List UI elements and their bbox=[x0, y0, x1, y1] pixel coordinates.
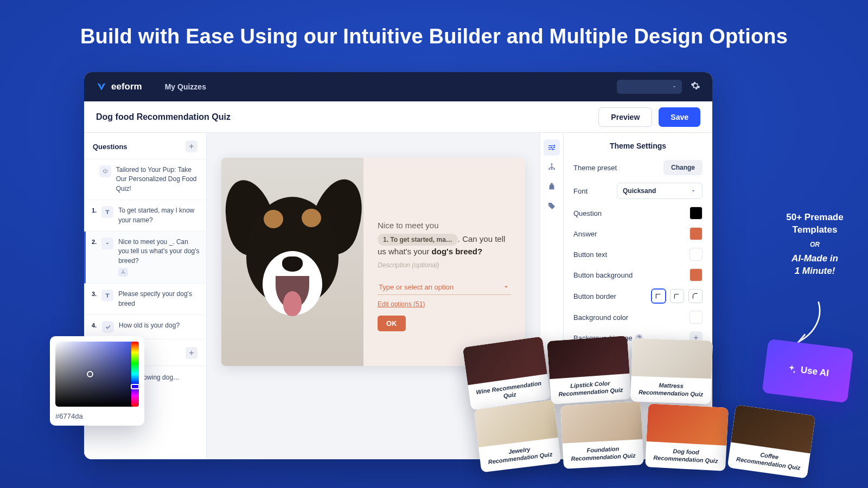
button-text-label: Button text bbox=[573, 251, 607, 259]
template-card[interactable]: Foundation Recommendation Quiz bbox=[560, 401, 644, 468]
svg-point-4 bbox=[548, 169, 550, 170]
question-text: How old is your dog? bbox=[119, 321, 180, 330]
save-button[interactable]: Save bbox=[659, 107, 700, 127]
template-fan: Use AI Wine Recommendation QuizLipstick … bbox=[456, 338, 852, 474]
add-question-button[interactable]: + bbox=[186, 140, 197, 152]
template-card[interactable]: Mattress Recommendation Quiz bbox=[630, 338, 713, 404]
question-text: Tailored to Your Pup: Take Our Personali… bbox=[116, 165, 200, 194]
border-pill[interactable] bbox=[688, 289, 703, 303]
question-number: 3. bbox=[92, 290, 97, 309]
top-bar: eeform My Quizzes bbox=[84, 72, 712, 101]
picker-hex[interactable]: #6774da bbox=[55, 412, 139, 420]
template-card[interactable]: Coffee Recommendation Quiz bbox=[727, 404, 816, 478]
quiz-title: Dog food Recommendation Quiz bbox=[96, 112, 231, 122]
edit-options-link[interactable]: Edit options (51) bbox=[378, 300, 511, 308]
promo-line2b: 1 Minute! bbox=[780, 265, 850, 278]
question-type-icon bbox=[101, 237, 113, 249]
rail-products[interactable] bbox=[544, 178, 560, 195]
border-square[interactable] bbox=[652, 289, 666, 303]
question-item-3[interactable]: 3.Please specify your dog's breed bbox=[84, 284, 206, 315]
question-color-label: Question bbox=[573, 209, 602, 217]
sparkle-icon bbox=[786, 363, 797, 374]
app-window: eeform My Quizzes Dog food Recommendatio… bbox=[84, 72, 712, 459]
question-text: Nice to meet you _. Can you tell us what… bbox=[118, 237, 200, 266]
question-number bbox=[92, 165, 94, 194]
brand-logo[interactable]: eeform bbox=[96, 81, 142, 92]
logic-chip-icon bbox=[118, 268, 128, 277]
user-menu[interactable] bbox=[617, 80, 682, 94]
button-text-swatch[interactable] bbox=[690, 248, 703, 261]
template-thumb bbox=[646, 403, 728, 446]
ok-button[interactable]: OK bbox=[378, 316, 406, 331]
preview-description[interactable]: Description (optional) bbox=[378, 261, 511, 269]
chevron-down-icon bbox=[671, 84, 678, 90]
color-picker[interactable]: #6774da bbox=[50, 336, 144, 426]
picker-hue[interactable] bbox=[131, 342, 139, 407]
template-thumb bbox=[547, 336, 630, 379]
question-item-1[interactable]: 1.To get started, may I know your name? bbox=[84, 200, 206, 232]
rail-theme[interactable] bbox=[544, 139, 560, 156]
preview-question: 1. To get started, ma…. Can you tell us … bbox=[378, 233, 511, 258]
question-type-icon bbox=[101, 206, 113, 218]
change-preset-button[interactable]: Change bbox=[663, 160, 703, 175]
preview-select[interactable]: Type or select an option bbox=[378, 280, 511, 295]
question-item-2[interactable]: 2.Nice to meet you _. Can you tell us wh… bbox=[84, 232, 206, 284]
svg-point-5 bbox=[551, 169, 553, 170]
template-label: Foundation Recommendation Quiz bbox=[563, 439, 644, 468]
gear-icon bbox=[691, 81, 700, 91]
brand-text: eeform bbox=[111, 81, 142, 92]
preview-image bbox=[221, 158, 363, 366]
question-text: To get started, may I know your name? bbox=[118, 206, 200, 225]
font-select[interactable]: Quicksand bbox=[617, 183, 703, 199]
svg-point-1 bbox=[122, 273, 123, 274]
select-placeholder: Type or select an option bbox=[379, 283, 454, 291]
questions-header: Questions + bbox=[84, 133, 206, 159]
question-number: 2. bbox=[92, 237, 97, 277]
template-card[interactable]: Jewelry Recommendation Quiz bbox=[474, 400, 561, 472]
recall-chip[interactable]: 1. To get started, ma… bbox=[378, 234, 458, 246]
button-bg-swatch[interactable] bbox=[690, 268, 703, 281]
title-bar: Dog food Recommendation Quiz Preview Sav… bbox=[84, 101, 712, 133]
use-ai-card[interactable]: Use AI bbox=[762, 339, 853, 403]
promo-text: 50+ Premade Templates OR AI-Made in 1 Mi… bbox=[780, 211, 850, 278]
button-border-label: Button border bbox=[573, 292, 616, 300]
template-label: Mattress Recommendation Quiz bbox=[630, 376, 712, 404]
preset-label: Theme preset bbox=[573, 164, 617, 172]
theme-title: Theme Settings bbox=[573, 142, 703, 150]
answer-color-swatch[interactable] bbox=[690, 227, 703, 240]
preview-button[interactable]: Preview bbox=[598, 107, 652, 127]
template-card[interactable]: Wine Recommendation Quiz bbox=[463, 336, 551, 410]
bag-icon bbox=[547, 182, 556, 191]
question-type-icon bbox=[101, 290, 113, 301]
question-text: Please specify your dog's breed bbox=[118, 290, 200, 309]
rail-tags[interactable] bbox=[544, 198, 560, 214]
svg-point-2 bbox=[124, 273, 125, 274]
bg-color-swatch[interactable] bbox=[690, 311, 703, 324]
svg-point-3 bbox=[551, 163, 553, 165]
svg-point-0 bbox=[123, 270, 124, 271]
question-number: 4. bbox=[92, 321, 97, 333]
template-card[interactable]: Dog food Recommendation Quiz bbox=[645, 403, 729, 471]
question-color-swatch[interactable] bbox=[690, 207, 703, 220]
hero-title: Build with Ease Using our Intuitive Buil… bbox=[0, 25, 868, 48]
question-number: 1. bbox=[92, 206, 97, 225]
answer-color-label: Answer bbox=[573, 230, 597, 238]
picker-saturation[interactable] bbox=[55, 342, 139, 407]
tags-icon bbox=[547, 202, 556, 210]
template-label: Dog food Recommendation Quiz bbox=[645, 441, 726, 471]
template-card[interactable]: Lipstick Color Recommendation Quiz bbox=[547, 336, 631, 404]
logo-icon bbox=[96, 81, 107, 92]
add-ending-button[interactable]: + bbox=[186, 347, 197, 359]
promo-or: OR bbox=[780, 241, 850, 248]
nav-my-quizzes[interactable]: My Quizzes bbox=[165, 82, 206, 91]
border-rounded[interactable] bbox=[670, 289, 684, 303]
settings-button[interactable] bbox=[691, 81, 700, 93]
bg-color-label: Background color bbox=[573, 313, 628, 322]
question-type-icon bbox=[99, 165, 111, 177]
preview-greeting: Nice to meet you bbox=[378, 221, 511, 230]
font-value: Quicksand bbox=[623, 187, 656, 195]
button-bg-label: Button background bbox=[573, 271, 633, 279]
rail-logic[interactable] bbox=[544, 159, 560, 175]
question-item-0[interactable]: Tailored to Your Pup: Take Our Personali… bbox=[84, 159, 206, 200]
dog-illustration bbox=[221, 158, 363, 366]
